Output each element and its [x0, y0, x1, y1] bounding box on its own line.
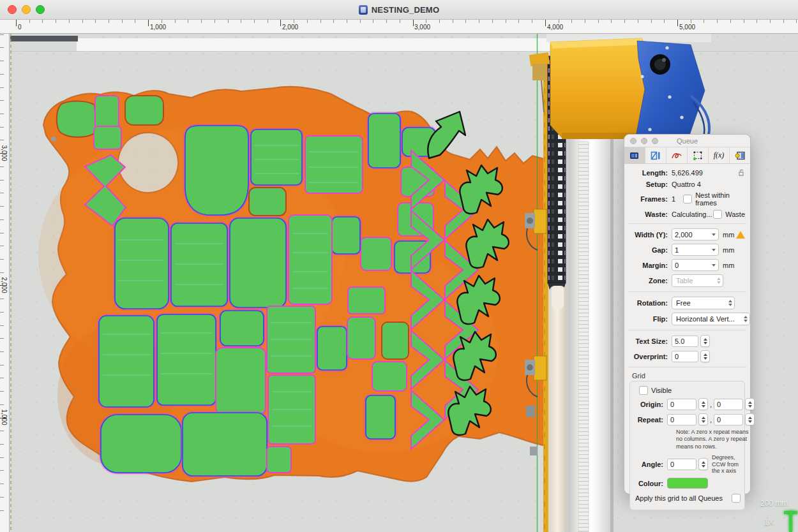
grid-groupbox: Visible Origin: 0 , 0 Repeat: 0 — [629, 381, 745, 510]
nested-piece — [185, 126, 248, 215]
panel-title: Queue — [624, 137, 750, 145]
waste-label: Waste: — [629, 211, 668, 218]
nested-piece — [57, 101, 96, 137]
tab-nesting[interactable] — [624, 147, 645, 163]
nested-piece — [249, 188, 286, 216]
origin-y-field[interactable]: 0 — [714, 399, 743, 410]
length-label: Length: — [629, 169, 668, 177]
width-unit: mm — [723, 231, 734, 239]
colour-label: Colour: — [634, 480, 663, 487]
setup-row: Setup: Quattro 4 — [629, 181, 745, 188]
rotation-label: Rotation: — [629, 299, 668, 307]
gap-row: Gap: 1 mm — [629, 244, 745, 256]
ruler-tick-label: 1,000 — [1, 409, 8, 425]
nested-piece — [372, 362, 407, 391]
tab-machine[interactable] — [730, 147, 750, 163]
margin-combo[interactable]: 0 — [672, 259, 719, 271]
nested-piece — [366, 395, 395, 439]
repeat-y-stepper[interactable] — [745, 413, 755, 425]
nested-piece — [220, 311, 264, 346]
gap-combo[interactable]: 1 — [672, 244, 719, 256]
zone-select: Table — [672, 274, 723, 287]
colour-swatch[interactable] — [667, 478, 708, 489]
tab-sheet[interactable] — [645, 147, 666, 163]
nest-within-frames-label: Nest within frames — [695, 191, 745, 207]
apply-row: Apply this grid to all Queues — [634, 494, 741, 503]
nested-piece — [305, 136, 363, 193]
frames-row: Frames: 1 Nest within frames — [629, 191, 745, 207]
function-icon: f(x) — [714, 151, 725, 160]
nested-piece — [101, 415, 181, 473]
width-row: Width (Y): 2,000 mm — [629, 228, 745, 240]
queue-panel-titlebar[interactable]: Queue — [624, 135, 750, 147]
ruler-corner — [0, 19, 9, 34]
tab-path[interactable] — [666, 147, 688, 163]
comma: , — [710, 416, 712, 424]
grid-visible-checkbox[interactable] — [639, 386, 648, 395]
warning-icon — [736, 231, 745, 239]
tab-function[interactable]: f(x) — [709, 147, 730, 163]
waste-row: Waste: Calculating... Waste — [629, 210, 745, 219]
overprint-stepper[interactable] — [700, 350, 710, 362]
nested-piece — [382, 322, 409, 359]
tab-select[interactable] — [688, 147, 709, 163]
flip-select[interactable]: Horizontal & Vert... — [672, 313, 750, 325]
text-size-row: Text Size: 5.0 — [629, 335, 745, 347]
origin-x-stepper[interactable] — [698, 398, 708, 410]
angle-field[interactable]: 0 — [667, 459, 696, 470]
nested-piece — [171, 223, 227, 306]
nested-piece — [99, 316, 154, 407]
nested-piece — [348, 287, 385, 314]
waste-checkbox[interactable] — [713, 210, 722, 219]
nesting-icon — [629, 151, 640, 161]
setup-value: Quattro 4 — [672, 181, 701, 188]
repeat-x-field[interactable]: 0 — [667, 414, 696, 425]
nested-piece — [289, 215, 332, 304]
ruler-vertical: 3,0002,0001,000 — [0, 33, 10, 532]
overprint-row: Overprint: 0 — [629, 350, 745, 362]
gap-label: Gap: — [629, 246, 668, 254]
text-size-stepper[interactable] — [700, 335, 710, 347]
ruler-tick-label: 2,000 — [282, 24, 298, 31]
zone-row: Zone: Table — [629, 274, 745, 287]
ruler-tick-label: 2,000 — [1, 277, 8, 293]
colour-row: Colour: — [634, 478, 741, 489]
nest-within-frames-checkbox[interactable] — [683, 195, 692, 203]
ruler-tick-label: 3,000 — [414, 24, 430, 31]
apply-grid-checkbox[interactable] — [732, 494, 741, 503]
scale-distance-label: 200 mm — [760, 499, 788, 508]
nested-piece — [125, 96, 163, 125]
nested-piece — [267, 447, 291, 473]
nested-piece — [347, 317, 375, 359]
angle-stepper[interactable] — [698, 458, 708, 470]
queue-panel-toolbar: f(x) — [624, 147, 750, 164]
text-size-label: Text Size: — [629, 337, 668, 345]
close-button[interactable] — [8, 5, 17, 14]
overprint-field[interactable]: 0 — [672, 351, 698, 362]
origin-x-field[interactable]: 0 — [667, 399, 696, 410]
angle-label: Angle: — [634, 461, 663, 468]
width-combo[interactable]: 2,000 — [672, 228, 719, 240]
rotation-row: Rotation: Free — [629, 297, 745, 309]
repeat-y-field[interactable]: 0 — [714, 414, 743, 425]
ruler-tick-label: 4,000 — [547, 24, 563, 31]
margin-label: Margin: — [629, 262, 668, 269]
document-icon — [359, 5, 368, 15]
rotation-select[interactable]: Free — [672, 297, 735, 309]
minimize-button[interactable] — [22, 5, 31, 14]
unlock-icon[interactable] — [737, 168, 745, 177]
apply-grid-label: Apply this grid to all Queues — [635, 494, 723, 502]
angle-hint: Degrees, CCW from the x axis — [712, 454, 741, 475]
origin-y-stepper[interactable] — [745, 398, 755, 410]
repeat-x-stepper[interactable] — [698, 413, 708, 425]
origin-row: Origin: 0 , 0 — [634, 398, 741, 410]
queue-panel: Queue — [624, 134, 751, 494]
nested-piece — [183, 413, 267, 476]
ruler-tick-label: 1,000 — [150, 24, 166, 31]
zoom-button[interactable] — [36, 5, 45, 14]
machine-output-icon — [734, 151, 746, 161]
text-size-field[interactable]: 5.0 — [672, 336, 698, 347]
waste-value: Calculating... — [672, 211, 712, 218]
origin-label: Origin: — [634, 401, 663, 408]
overprint-label: Overprint: — [629, 353, 668, 360]
